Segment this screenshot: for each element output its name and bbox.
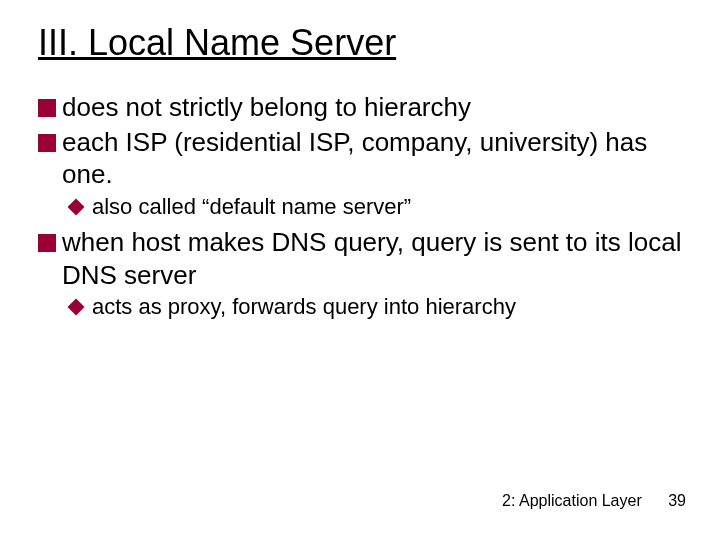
square-bullet-icon [38, 134, 56, 152]
bullet-text: each ISP (residential ISP, company, univ… [62, 126, 682, 191]
bullet-level1: does not strictly belong to hierarchy [38, 91, 682, 124]
slide-body: does not strictly belong to hierarchy ea… [38, 91, 682, 321]
slide-footer: 2: Application Layer 39 [502, 492, 686, 510]
square-bullet-icon [38, 99, 56, 117]
bullet-text: does not strictly belong to hierarchy [62, 91, 682, 124]
slide-title: III. Local Name Server [38, 22, 682, 63]
square-bullet-icon [38, 234, 56, 252]
diamond-bullet-icon [68, 198, 85, 215]
bullet-level2: acts as proxy, forwards query into hiera… [68, 293, 682, 321]
footer-chapter: 2: Application Layer [502, 492, 642, 509]
diamond-bullet-icon [68, 299, 85, 316]
subbullet-text: also called “default name server” [92, 193, 682, 221]
bullet-level1: each ISP (residential ISP, company, univ… [38, 126, 682, 191]
bullet-level2: also called “default name server” [68, 193, 682, 221]
subbullet-text: acts as proxy, forwards query into hiera… [92, 293, 682, 321]
bullet-level1: when host makes DNS query, query is sent… [38, 226, 682, 291]
slide: III. Local Name Server does not strictly… [0, 0, 720, 540]
footer-page-number: 39 [668, 492, 686, 509]
bullet-text: when host makes DNS query, query is sent… [62, 226, 682, 291]
